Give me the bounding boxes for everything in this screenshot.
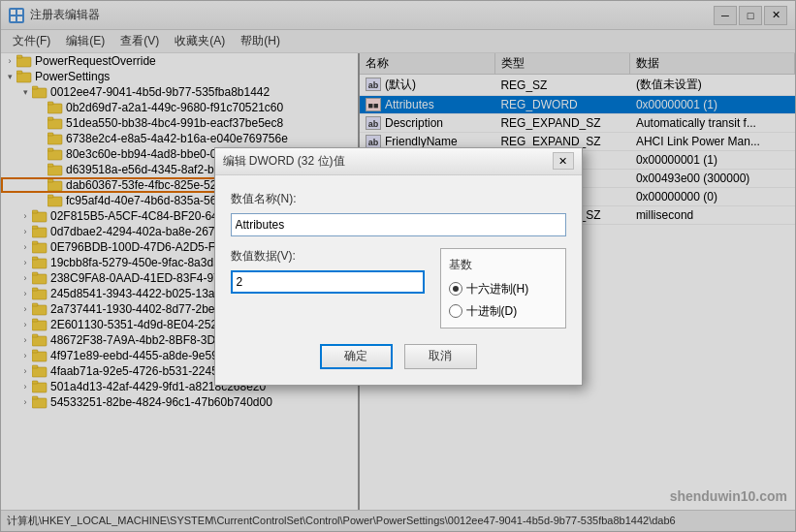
radio-decimal-dot (449, 304, 462, 318)
dialog-cancel-button[interactable]: 取消 (404, 344, 477, 369)
dialog-ok-button[interactable]: 确定 (320, 344, 393, 369)
main-window: 注册表编辑器 ─ □ ✕ 文件(F) 编辑(E) 查看(V) 收藏夹(A) 帮助… (0, 0, 796, 532)
dialog-buttons: 确定 取消 (231, 344, 566, 369)
radio-hex-label: 十六进制(H) (466, 281, 529, 297)
dialog-title-bar: 编辑 DWORD (32 位)值 ✕ (215, 148, 582, 175)
radio-decimal[interactable]: 十进制(D) (449, 303, 557, 320)
dialog-value-section: 数值数据(V): (231, 248, 425, 294)
dialog-name-label: 数值名称(N): (231, 191, 566, 207)
dialog-value-input[interactable] (231, 270, 425, 294)
dialog-value-row: 数值数据(V): 基数 十六进制(H) 十进制(D) (231, 248, 566, 329)
dialog-body: 数值名称(N): 数值数据(V): 基数 十六进制(H) (215, 175, 582, 385)
dialog-radix-title: 基数 (449, 257, 557, 273)
dialog-close-button[interactable]: ✕ (553, 152, 574, 170)
edit-dword-dialog: 编辑 DWORD (32 位)值 ✕ 数值名称(N): 数值数据(V): 基数 (214, 147, 583, 386)
radio-hex[interactable]: 十六进制(H) (449, 281, 557, 297)
radio-hex-dot (449, 282, 462, 296)
dialog-name-input[interactable] (231, 213, 566, 236)
dialog-radix-section: 基数 十六进制(H) 十进制(D) (440, 248, 566, 329)
dialog-overlay: 编辑 DWORD (32 位)值 ✕ 数值名称(N): 数值数据(V): 基数 (1, 1, 795, 531)
dialog-title: 编辑 DWORD (32 位)值 (223, 153, 553, 170)
radio-decimal-label: 十进制(D) (466, 303, 518, 320)
radix-radio-group: 十六进制(H) 十进制(D) (449, 281, 557, 320)
dialog-value-label: 数值数据(V): (231, 248, 425, 265)
